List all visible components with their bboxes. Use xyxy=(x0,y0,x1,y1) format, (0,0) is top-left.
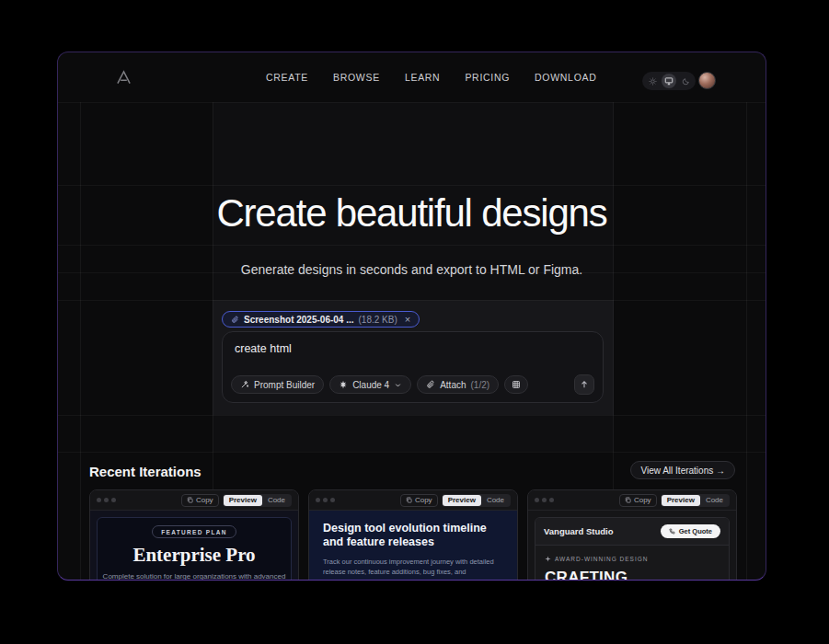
iteration-card-timeline[interactable]: Copy Preview Code Design tool evolution … xyxy=(308,489,518,581)
nav-link-pricing[interactable]: PRICING xyxy=(465,72,510,83)
prompt-box: create html Prompt Builder Claude 4 xyxy=(222,331,604,403)
grid-line xyxy=(58,415,766,416)
card-preview: Design tool evolution timeline and featu… xyxy=(309,511,517,581)
grid-line xyxy=(58,245,766,246)
nav-link-browse[interactable]: BROWSE xyxy=(333,72,380,83)
view-all-iterations-button[interactable]: View All Iterations → xyxy=(630,461,735,479)
chevron-down-icon xyxy=(394,381,402,389)
copy-label: Copy xyxy=(196,496,213,504)
window-dot xyxy=(97,498,101,502)
grid-line xyxy=(80,102,81,580)
prompt-builder-label: Prompt Builder xyxy=(254,380,315,390)
window-dot xyxy=(330,498,335,502)
window-dot xyxy=(104,498,109,502)
studio-headline: CRAFTING TOMORROW'S xyxy=(545,569,664,581)
iteration-card-vanguard-studio[interactable]: Copy Preview Code Vanguard Studio xyxy=(527,489,737,581)
preview-tab[interactable]: Preview xyxy=(662,495,700,506)
nav-links: CREATE BROWSE LEARN PRICING DOWNLOAD xyxy=(266,52,597,102)
grid-button[interactable] xyxy=(504,375,528,394)
copy-icon xyxy=(406,497,412,503)
paperclip-icon xyxy=(426,380,435,389)
sun-icon[interactable] xyxy=(645,74,660,88)
moon-icon[interactable] xyxy=(678,74,693,88)
nav-link-create[interactable]: CREATE xyxy=(266,72,308,83)
preview-tab[interactable]: Preview xyxy=(224,495,262,506)
window-dot xyxy=(542,498,547,502)
browser-chrome: Copy Preview Code xyxy=(90,490,298,511)
get-quote-button[interactable]: Get Quote xyxy=(661,524,720,538)
phone-icon xyxy=(669,528,675,535)
browser-chrome: Copy Preview Code xyxy=(528,490,736,511)
paperclip-icon xyxy=(231,316,239,324)
attachment-name: Screenshot 2025-06-04 ... xyxy=(244,315,354,325)
attachment-chip[interactable]: Screenshot 2025-06-04 ... (18.2 KB) × xyxy=(222,311,420,328)
award-tagline: AWARD-WINNING DESIGN xyxy=(555,556,649,562)
browser-chrome: Copy Preview Code xyxy=(309,490,517,511)
attach-label: Attach xyxy=(440,380,466,390)
featured-plan-badge: FEATURED PLAN xyxy=(152,525,236,538)
model-label: Claude 4 xyxy=(352,380,389,390)
copy-button[interactable]: Copy xyxy=(400,494,438,507)
timeline-description: Track our continuous improvement journey… xyxy=(323,557,503,581)
prompt-input[interactable]: create html xyxy=(223,332,603,365)
iteration-cards: Copy Preview Code FEATURED PLAN Enterpri… xyxy=(89,489,737,581)
grid-line xyxy=(746,102,747,580)
close-icon[interactable]: × xyxy=(405,315,410,325)
copy-icon xyxy=(187,497,193,503)
get-quote-label: Get Quote xyxy=(679,527,712,535)
copy-label: Copy xyxy=(415,496,432,504)
preview-code-toggle: Preview Code xyxy=(442,494,511,507)
monitor-icon[interactable] xyxy=(662,74,676,88)
copy-label: Copy xyxy=(634,496,651,504)
brand-name: Vanguard Studio xyxy=(544,526,613,536)
spark-icon xyxy=(339,380,348,389)
page-subtitle: Generate designs in seconds and export t… xyxy=(58,262,766,277)
nav-link-download[interactable]: DOWNLOAD xyxy=(535,72,596,83)
page-title: Create beautiful designs xyxy=(58,192,766,235)
window-dot xyxy=(111,498,116,502)
grid-line xyxy=(58,102,766,103)
preview-code-toggle: Preview Code xyxy=(661,494,730,507)
preview-code-toggle: Preview Code xyxy=(223,494,292,507)
copy-button[interactable]: Copy xyxy=(619,494,657,507)
code-tab[interactable]: Code xyxy=(700,495,729,506)
arrow-up-icon xyxy=(580,380,589,389)
wand-icon xyxy=(240,380,249,389)
submit-button[interactable] xyxy=(574,374,594,395)
grid-line xyxy=(58,300,766,301)
card-preview: Vanguard Studio Get Quote xyxy=(528,511,736,581)
attach-count: (1/2) xyxy=(471,380,490,390)
window-dot xyxy=(535,498,539,502)
prompt-toolbar: Prompt Builder Claude 4 Attach (1/2) xyxy=(231,374,594,395)
timeline-title: Design tool evolution timeline and featu… xyxy=(323,522,503,549)
copy-icon xyxy=(625,497,631,503)
card-preview: FEATURED PLAN Enterprise Pro Complete so… xyxy=(90,511,298,581)
attach-button[interactable]: Attach (1/2) xyxy=(417,375,499,394)
model-selector[interactable]: Claude 4 xyxy=(329,375,411,394)
grid-line xyxy=(58,452,766,453)
app-window: CREATE BROWSE LEARN PRICING DOWNLOAD xyxy=(57,52,766,581)
plan-title: Enterprise Pro xyxy=(132,544,255,567)
avatar[interactable] xyxy=(698,72,716,89)
code-tab[interactable]: Code xyxy=(262,495,291,506)
iteration-card-enterprise-pro[interactable]: Copy Preview Code FEATURED PLAN Enterpri… xyxy=(89,489,299,581)
window-dot xyxy=(323,498,328,502)
theme-toggle xyxy=(642,72,696,90)
code-tab[interactable]: Code xyxy=(481,495,510,506)
copy-button[interactable]: Copy xyxy=(181,494,219,507)
sparkle-icon xyxy=(545,556,551,562)
preview-tab[interactable]: Preview xyxy=(443,495,481,506)
grid-line xyxy=(58,185,766,186)
window-dot xyxy=(549,498,554,502)
attachment-size: (18.2 KB) xyxy=(359,315,397,325)
plan-description: Complete solution for large organization… xyxy=(101,571,287,581)
top-nav: CREATE BROWSE LEARN PRICING DOWNLOAD xyxy=(58,52,766,102)
recent-iterations-title: Recent Iterations xyxy=(89,464,201,479)
nav-link-learn[interactable]: LEARN xyxy=(405,72,441,83)
prompt-builder-button[interactable]: Prompt Builder xyxy=(231,375,324,394)
window-dot xyxy=(316,498,320,502)
grid-icon xyxy=(512,380,521,389)
logo-icon[interactable] xyxy=(116,70,132,85)
